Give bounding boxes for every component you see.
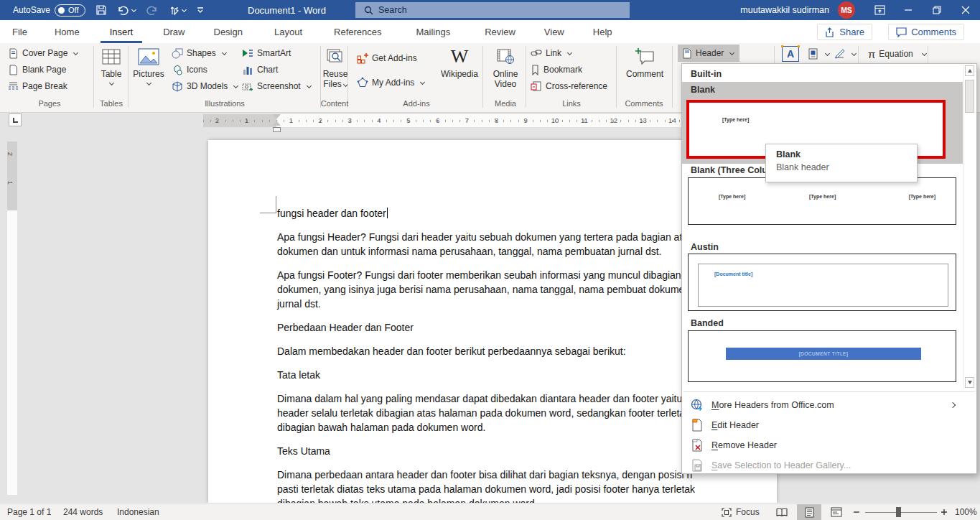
group-label-comments: Comments (616, 99, 672, 108)
screenshot-button[interactable]: Screenshot (240, 78, 313, 94)
remove-header-menu-item[interactable]: Remove Header (683, 435, 962, 455)
menu-item-label: Save Selection to Header Gallery... (711, 460, 851, 470)
banded-thumbnail[interactable]: [DOCUMENT TITLE] (688, 330, 956, 382)
search-input[interactable]: Search (355, 2, 630, 18)
zoom-slider-handle[interactable] (896, 507, 901, 517)
cross-reference-icon (531, 81, 542, 92)
header-button-expanded[interactable]: Header (678, 45, 739, 62)
share-button[interactable]: Share (817, 24, 872, 40)
table-icon (102, 48, 121, 65)
focus-mode-button[interactable]: Focus (722, 503, 760, 520)
scroll-up-button[interactable] (965, 65, 974, 76)
pictures-label: Pictures (133, 69, 164, 79)
wikipedia-button[interactable]: W Wikipedia (438, 45, 481, 79)
cross-reference-label: Cross-reference (546, 81, 607, 91)
edit-header-menu-item[interactable]: Edit Header (683, 415, 962, 435)
chart-button[interactable]: Chart (240, 62, 280, 78)
tab-references[interactable]: References (325, 22, 391, 43)
scroll-down-button[interactable] (965, 377, 974, 388)
tab-mailings[interactable]: Mailings (407, 22, 460, 43)
tooltip-description: Blank header (776, 162, 917, 172)
read-mode-button[interactable] (770, 504, 794, 520)
tab-design[interactable]: Design (205, 22, 252, 43)
print-layout-button[interactable] (797, 504, 821, 520)
user-name[interactable]: muutawakkil sudirman (740, 5, 829, 15)
left-indent-marker[interactable] (273, 127, 281, 132)
comment-button[interactable]: Comment (622, 45, 668, 79)
zoom-in-icon (941, 509, 948, 516)
link-icon (531, 48, 542, 58)
3d-models-button[interactable]: 3D Models (169, 78, 240, 94)
header-icon (682, 48, 692, 59)
online-video-button[interactable]: Online Video (487, 45, 524, 89)
text-box-a-glyph: A (787, 48, 794, 60)
tab-help[interactable]: Help (584, 22, 622, 43)
language-indicator[interactable]: Indonesian (117, 503, 159, 520)
my-addins-button[interactable]: My Add-ins (355, 75, 426, 90)
minimize-button[interactable] (894, 0, 923, 20)
blank-page-button[interactable]: Blank Page (6, 62, 68, 78)
page-break-button[interactable]: Page Break (6, 78, 70, 94)
tab-view[interactable]: View (535, 22, 574, 43)
undo-menu-chevron[interactable] (131, 6, 136, 11)
cross-reference-button[interactable]: Cross-reference (528, 78, 610, 94)
tab-draw[interactable]: Draw (154, 22, 194, 43)
touch-mouse-mode-button[interactable] (168, 4, 186, 16)
comment-label: Comment (626, 69, 663, 79)
group-label-addins: Add-ins (349, 99, 484, 108)
restore-button[interactable] (923, 0, 951, 20)
zoom-out-button[interactable] (853, 503, 860, 520)
austin-thumbnail[interactable]: [Document title] (688, 254, 956, 311)
ruler-number: 5 (393, 114, 423, 127)
gallery-scrollbar[interactable] (963, 65, 974, 389)
page-indicator[interactable]: Page 1 of 1 (7, 503, 51, 520)
quick-parts-icon (808, 48, 819, 60)
bookmark-button[interactable]: Bookmark (528, 62, 584, 78)
cover-page-button[interactable]: Cover Page (6, 45, 80, 61)
get-addins-button[interactable]: Get Add-ins (355, 50, 419, 66)
tab-file[interactable]: File (3, 22, 37, 43)
tab-review[interactable]: Review (475, 22, 525, 43)
autosave-toggle[interactable]: Off (55, 4, 85, 17)
save-button[interactable] (95, 4, 107, 16)
ribbon-display-options-button[interactable] (865, 0, 894, 20)
smartart-button[interactable]: SmartArt (240, 45, 293, 61)
gallery-section-title: Built-in (691, 69, 722, 79)
bookmark-label: Bookmark (543, 65, 582, 75)
more-headers-menu-item[interactable]: More Headers from Office.com (683, 395, 962, 414)
web-layout-button[interactable] (824, 504, 849, 520)
customize-quick-access-button[interactable] (196, 6, 205, 14)
zoom-level[interactable]: 100% (955, 503, 977, 520)
header-gallery-dropdown: Built-in Blank [Type here] Blank (Three … (681, 63, 977, 474)
close-button[interactable] (951, 0, 980, 20)
quick-parts-button[interactable] (806, 46, 831, 62)
equation-button[interactable]: π Equation (866, 46, 928, 62)
document-title: Document1 - Word (248, 0, 326, 20)
tab-layout[interactable]: Layout (265, 22, 312, 43)
hanging-indent-marker[interactable] (272, 121, 281, 126)
signature-line-button[interactable] (831, 46, 858, 62)
tab-home[interactable]: Home (45, 22, 89, 43)
text-box-button[interactable]: A (780, 45, 801, 63)
comments-button[interactable]: Comments (888, 24, 964, 40)
tab-insert[interactable]: Insert (101, 22, 143, 43)
touch-mode-chevron[interactable] (181, 6, 186, 11)
tab-selector[interactable] (9, 113, 22, 126)
scrollbar-thumb[interactable] (965, 80, 974, 113)
first-line-indent-marker[interactable] (272, 114, 281, 119)
smartart-label: SmartArt (257, 48, 291, 58)
link-button[interactable]: Link (528, 45, 574, 61)
icons-button[interactable]: Icons (169, 62, 210, 78)
zoom-slider-track[interactable] (865, 512, 937, 513)
table-button[interactable]: Table (96, 45, 126, 85)
shapes-button[interactable]: Shapes (169, 45, 228, 61)
word-count[interactable]: 244 words (63, 503, 103, 520)
user-avatar[interactable]: MS (838, 1, 855, 19)
blank-three-columns-thumbnail[interactable]: [Type here] [Type here] [Type here] (688, 177, 956, 225)
pictures-button[interactable]: Pictures (132, 45, 165, 85)
undo-button[interactable] (117, 5, 136, 16)
text-line[interactable]: pasti terletak diatas teks utama pada ha… (277, 482, 773, 496)
3d-models-icon (172, 81, 183, 92)
zoom-in-button[interactable] (941, 503, 948, 520)
save-selection-menu-item: Save Selection to Header Gallery... (683, 455, 962, 475)
